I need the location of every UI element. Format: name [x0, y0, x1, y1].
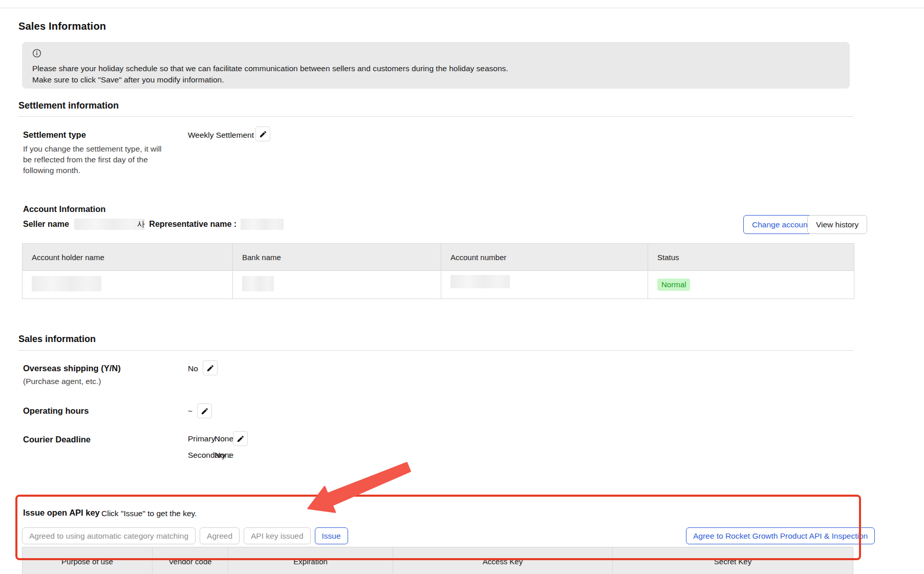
edit-courier-deadline-button[interactable] — [233, 431, 248, 446]
red-arrow-icon — [283, 457, 416, 518]
info-icon — [32, 49, 41, 58]
col-vendor-code: Vendor code — [153, 547, 228, 574]
courier-secondary-row: Secondary : None — [188, 451, 260, 466]
bank-name-redacted — [242, 276, 274, 291]
account-table-row: Normal — [23, 271, 854, 299]
sales-section-divider — [18, 350, 853, 351]
operating-hours-value: ~ — [188, 407, 192, 416]
settlement-type-label: Settlement type — [23, 130, 86, 140]
courier-primary-row: Primary : None — [188, 434, 260, 450]
overseas-shipping-value: No — [188, 364, 198, 373]
col-account-holder-name: Account holder name — [23, 244, 233, 271]
api-key-actions: Agreed to using automatic category match… — [22, 527, 348, 544]
cell-bank-name — [233, 271, 441, 299]
settlement-type-description: If you change the settlement type, it wi… — [23, 143, 170, 176]
notice-line-1: Please share your holiday schedule so th… — [32, 63, 840, 74]
overseas-shipping-sublabel: (Purchase agent, etc.) — [23, 377, 101, 386]
edit-operating-hours-button[interactable] — [197, 403, 212, 418]
agreed-button[interactable]: Agreed — [200, 527, 240, 544]
settlement-section-heading: Settlement information — [18, 100, 119, 111]
cell-account-holder — [23, 271, 233, 299]
pencil-icon — [206, 364, 214, 372]
col-status: Status — [648, 244, 854, 271]
account-information-heading: Account Information — [23, 204, 105, 214]
holiday-notice-box: Please share your holiday schedule so th… — [22, 42, 850, 89]
col-expiration: Expiration — [228, 547, 393, 574]
seller-name-label: Seller name — [23, 220, 69, 229]
seller-name-redacted — [74, 219, 145, 230]
account-holder-redacted — [32, 276, 101, 291]
col-secret-key: Secret Key — [613, 547, 853, 574]
api-key-heading: Issue open API key — [23, 508, 100, 518]
api-key-hint: Click "Issue" to get the key. — [101, 509, 197, 518]
col-purpose-of-use: Purpose of use — [23, 547, 153, 574]
settlement-type-value: Weekly Settlement — [188, 131, 254, 140]
pencil-icon — [201, 407, 209, 415]
overseas-shipping-label: Overseas shipping (Y/N) — [23, 364, 121, 373]
courier-secondary-value: None — [214, 451, 233, 460]
account-table: Account holder name Bank name Account nu… — [22, 243, 854, 299]
operating-hours-label: Operating hours — [23, 406, 89, 416]
edit-overseas-shipping-button[interactable] — [203, 360, 218, 375]
agree-category-matching-button[interactable]: Agreed to using automatic category match… — [22, 527, 196, 544]
courier-primary-value: None — [214, 434, 233, 443]
top-divider — [0, 8, 924, 8]
pencil-icon — [237, 435, 245, 443]
api-key-table-header: Purpose of use Vendor code Expiration Ac… — [22, 547, 853, 574]
cell-status: Normal — [648, 271, 854, 299]
account-number-redacted — [450, 275, 510, 288]
representative-name-redacted — [241, 219, 284, 230]
col-account-number: Account number — [441, 244, 648, 271]
settlement-section-divider — [18, 116, 853, 117]
status-badge: Normal — [657, 279, 690, 291]
cell-account-number — [441, 271, 648, 299]
edit-settlement-type-button[interactable] — [255, 126, 270, 141]
pencil-icon — [259, 130, 267, 138]
col-bank-name: Bank name — [233, 244, 441, 271]
agree-rocket-growth-button[interactable]: Agree to Rocket Growth Product API & Ins… — [686, 527, 875, 544]
col-access-key: Access Key — [393, 547, 613, 574]
page-title: Sales Information — [18, 20, 106, 32]
account-table-header-row: Account holder name Bank name Account nu… — [23, 244, 854, 271]
view-history-button[interactable]: View history — [807, 215, 867, 234]
courier-deadline-values: Primary : None Secondary : None — [188, 434, 260, 466]
representative-name-label: Representative name : — [149, 220, 237, 229]
issue-button[interactable]: Issue — [315, 527, 348, 544]
seller-name-suffix: 사 — [137, 219, 145, 230]
seller-identity-row: Seller name 사 Representative name : — [23, 219, 284, 230]
notice-line-2: Make sure to click "Save" after you modi… — [32, 74, 840, 85]
sales-section-heading: Sales information — [18, 334, 96, 345]
api-key-issued-button[interactable]: API key issued — [244, 527, 311, 544]
courier-deadline-label: Courier Deadline — [23, 435, 91, 444]
